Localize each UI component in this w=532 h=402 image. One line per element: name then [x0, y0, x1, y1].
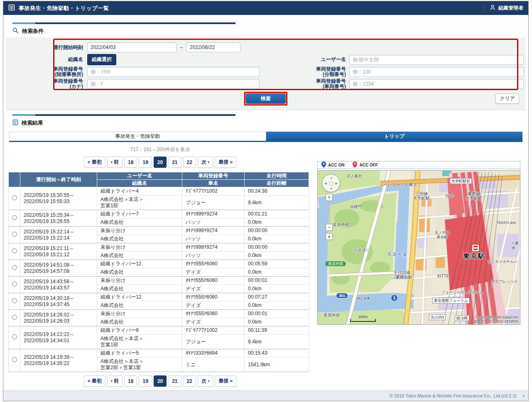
search-section-title: 検索条件	[22, 27, 44, 35]
pagination-page-18[interactable]: 18	[124, 375, 137, 387]
org-cell: A株式会社	[97, 252, 182, 260]
pagination-last[interactable]: 最後 »	[215, 375, 236, 387]
date-from-input[interactable]	[87, 42, 177, 52]
results-section-title: 検索結果	[22, 119, 43, 127]
pagination-bottom: « 最初‹ 前1819202122次 ›最後 »	[8, 375, 312, 387]
registration-cell: ﾅｺﾞﾔ777ｱ1002	[182, 187, 245, 196]
reg-class-input[interactable]	[349, 67, 524, 77]
trip-select-radio[interactable]	[12, 334, 17, 339]
map-zoom-in-button[interactable]	[326, 194, 333, 201]
user-role-label: 組織管理者	[498, 5, 523, 12]
clear-button[interactable]: クリア	[495, 93, 519, 104]
registration-cell: ｵｷﾅﾜ555ｱ6060	[182, 310, 245, 318]
document-icon	[12, 119, 18, 127]
map-legend: ACC ON ACC OFF	[317, 161, 520, 169]
column-header-distance: 走行距離	[245, 180, 309, 187]
radio-cell	[9, 260, 20, 277]
pagination-page-22[interactable]: 22	[183, 375, 196, 387]
reg-office-label: 車両登録番号 (陸運事務所)	[6, 66, 87, 77]
search-button[interactable]: 検索	[246, 93, 286, 104]
distance-cell: 0.0km	[245, 252, 309, 260]
pagination-page-21[interactable]: 21	[168, 375, 181, 387]
user-cell: 組織ドライバー6	[97, 326, 182, 335]
pagination-page-18[interactable]: 18	[124, 157, 137, 168]
distance-cell: 0.0km	[245, 302, 309, 310]
section-accent-bar	[12, 114, 235, 116]
pagination-first[interactable]: « 最初	[84, 375, 105, 387]
pagination-prev[interactable]: ‹ 前	[107, 375, 123, 387]
results-tabs: 事故発生・危険挙動 トリップ	[9, 132, 522, 142]
pagination-next[interactable]: 次 ›	[198, 157, 213, 168]
trip-select-radio[interactable]	[12, 357, 17, 362]
trip-select-radio[interactable]	[12, 215, 17, 220]
radio-cell	[9, 293, 20, 310]
column-header-user: ユーザー名	[97, 172, 182, 180]
user-name-input[interactable]	[349, 55, 524, 65]
date-range-separator: ～	[179, 44, 184, 51]
radio-cell	[9, 277, 20, 293]
reg-number-input[interactable]	[349, 79, 524, 89]
start-time-label: 運行開始時刻	[6, 45, 87, 50]
date-to-input[interactable]	[186, 42, 240, 52]
pagination-last[interactable]: 最後 »	[215, 157, 236, 168]
distance-cell: 0.0km	[245, 235, 309, 243]
distance-cell: 9.4km	[245, 196, 309, 210]
org-cell: A株式会社	[97, 285, 182, 293]
pagination-page-19[interactable]: 19	[139, 157, 152, 168]
trip-select-radio[interactable]	[12, 232, 17, 237]
page-title: 事故発生・危険挙動・トリップ一覧	[19, 5, 109, 12]
map-zoom-out-button[interactable]	[326, 224, 333, 231]
map-zoom-slider[interactable]	[329, 202, 330, 223]
map-mode-button[interactable]	[326, 233, 333, 240]
tab-trip[interactable]: トリップ	[266, 132, 522, 141]
trip-select-radio[interactable]	[12, 195, 17, 200]
trip-select-radio[interactable]	[12, 248, 17, 253]
radio-cell	[9, 349, 20, 372]
user-icon	[490, 5, 495, 12]
trip-select-radio[interactable]	[12, 298, 17, 303]
user-cell: 組織ドライバー12	[97, 293, 182, 302]
reg-office-input[interactable]	[87, 67, 260, 77]
registration-cell: ｵｷﾅﾜ555ｱ6060	[182, 260, 245, 268]
acc-off-label: ACC OFF	[359, 163, 378, 167]
trip-select-radio[interactable]	[12, 282, 17, 287]
period-cell: 2022/05/19 15:21:11～ 2022/05/19 15:21:12	[20, 243, 97, 260]
collapse-caret-icon[interactable]	[522, 394, 525, 398]
period-cell: 2022/05/19 15:30:55～ 2022/05/19 15:55:33	[20, 187, 97, 210]
app-window: 事故発生・危険挙動・トリップ一覧 組織管理者 検索条件 運行開始時刻	[3, 1, 529, 401]
pagination-next[interactable]: 次 ›	[198, 375, 213, 387]
distance-cell: 0.0km	[245, 318, 309, 326]
time-cell: 00:24:38	[245, 187, 309, 196]
acc-on-label: ACC ON	[328, 163, 344, 167]
table-row: 2022/05/19 15:25:34～ 2022/05/19 15:26:55…	[9, 210, 309, 218]
column-header-period: 運行開始～終了時刻	[20, 172, 97, 187]
period-cell: 2022/05/19 14:19:39～ 2022/05/19 14:35:22	[20, 349, 97, 372]
pagination-page-22[interactable]: 22	[183, 157, 196, 168]
trip-select-radio[interactable]	[12, 315, 17, 320]
pagination-page-19[interactable]: 19	[139, 375, 152, 387]
pan-right-icon	[336, 182, 338, 185]
pagination-page-21[interactable]: 21	[168, 157, 181, 168]
column-header-org: 組織名	[97, 180, 182, 187]
car-cell: ミニ	[182, 358, 245, 372]
table-row: 2022/05/19 14:19:39～ 2022/05/19 14:35:22…	[9, 349, 309, 358]
tab-incident[interactable]: 事故発生・危険挙動	[9, 132, 266, 141]
org-select-button[interactable]: 組織選択	[87, 54, 116, 65]
pagination-first[interactable]: « 最初	[84, 157, 105, 168]
user-menu[interactable]: 組織管理者	[483, 4, 523, 13]
map-canvas[interactable]: 百人番所パレスホテル東京大手町駅前三田線 大手町駅iiyo!!東西線 大手町駅桔…	[317, 170, 520, 325]
pagination-page-20[interactable]: 20	[154, 157, 167, 168]
user-cell: 組織ドライバー12	[97, 260, 182, 268]
pagination-prev[interactable]: ‹ 前	[107, 157, 123, 168]
org-cell: A株式会社	[97, 318, 182, 326]
pagination-page-20[interactable]: 20	[154, 375, 167, 387]
table-row: 2022/05/19 14:22:22～ 2022/05/19 14:34:01…	[9, 326, 309, 335]
user-name-label: ユーザー名	[314, 57, 349, 62]
trip-select-radio[interactable]	[12, 265, 17, 270]
org-cell: A株式会社＞本店＞ 営業1部	[97, 335, 182, 349]
reg-kana-input[interactable]	[87, 79, 260, 89]
map-pan-control[interactable]	[322, 174, 340, 192]
table-row: 2022/05/19 14:26:02～ 2022/05/19 14:26:03…	[9, 310, 309, 318]
pan-center-icon	[329, 181, 333, 186]
registration-cell: ｵｷﾅﾜ999ﾅ9274	[182, 210, 245, 218]
